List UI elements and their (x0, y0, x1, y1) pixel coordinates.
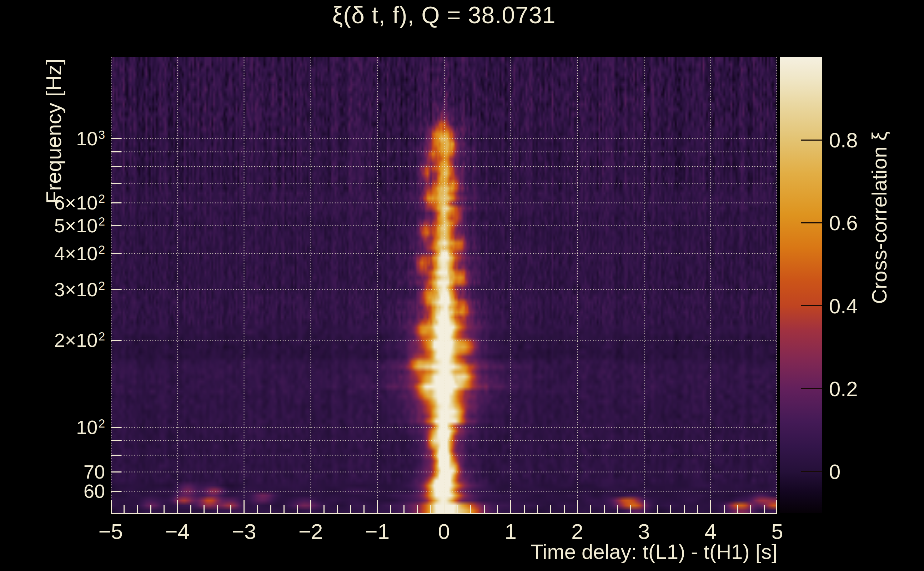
y-axis-label: Frequency [Hz] (42, 59, 66, 204)
y-tick-label: 103 (76, 127, 105, 150)
x-tick-label: −1 (365, 519, 389, 544)
colorbar-tick-mark (801, 471, 822, 472)
colorbar-tick-label: 0 (829, 459, 841, 483)
colorbar-tick-label: 0.8 (829, 128, 858, 152)
y-tick-label: 3×102 (54, 278, 105, 301)
y-tick-label: 60 (83, 480, 105, 502)
y-tick-label: 70 (83, 461, 105, 483)
x-tick-label: 5 (771, 519, 783, 544)
x-tick-label: −2 (298, 519, 323, 544)
y-tick-label: 4×102 (54, 242, 105, 264)
colorbar-tick-mark (801, 139, 822, 140)
colorbar-label: Cross-correlation ξ (867, 131, 891, 304)
cross-correlation-spectrogram-figure: ξ(δ t, f), Q = 38.0731 Frequency [Hz] Ti… (0, 0, 924, 571)
colorbar-gradient (780, 57, 822, 513)
colorbar-tick-mark (801, 305, 822, 306)
spectrogram-heatmap-canvas (111, 57, 777, 515)
colorbar-tick-label: 0.4 (829, 294, 858, 318)
x-tick-label: 3 (638, 519, 650, 544)
x-tick-label: −5 (99, 519, 123, 544)
colorbar-tick-mark (801, 388, 822, 389)
y-tick-label: 102 (76, 416, 105, 438)
colorbar-tick-mark (801, 222, 822, 224)
x-tick-label: 2 (571, 519, 583, 544)
y-tick-label: 2×102 (54, 329, 105, 351)
colorbar-tick-label: 0.6 (829, 211, 858, 235)
plot-title: ξ(δ t, f), Q = 38.0731 (111, 2, 777, 29)
y-tick-label: 6×102 (54, 191, 105, 214)
x-tick-label: 1 (505, 519, 517, 544)
x-tick-label: 4 (705, 519, 717, 544)
x-tick-label: −3 (232, 519, 256, 544)
colorbar-tick-label: 0.2 (829, 377, 858, 400)
y-tick-label: 5×102 (54, 215, 105, 237)
x-tick-label: 0 (438, 519, 450, 544)
x-tick-label: −4 (165, 519, 189, 544)
